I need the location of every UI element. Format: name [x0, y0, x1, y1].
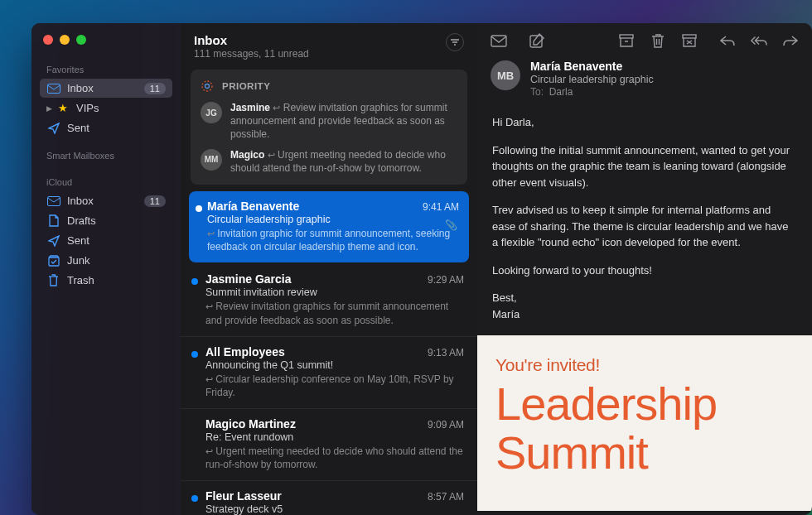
- section-favorites-label: Favorites: [40, 61, 172, 78]
- avatar: JG: [201, 102, 222, 123]
- body-para: Hi Darla,: [492, 114, 797, 131]
- message-list-pane: Inbox 111 messages, 11 unread PRIORITY J…: [181, 23, 477, 515]
- attachment-icon: 📎: [445, 219, 457, 231]
- reply-icon: ↩︎: [273, 103, 280, 113]
- msg-time: 9:41 AM: [423, 201, 459, 213]
- email-subject: Circular leadership graphic: [530, 74, 654, 85]
- svg-rect-13: [683, 35, 696, 38]
- body-para: Trev advised us to keep it simple for in…: [492, 202, 797, 251]
- msg-preview: ↩︎ Urgent meeting needed to decide who s…: [205, 445, 464, 471]
- sidebar-item-label: Sent: [67, 122, 166, 134]
- avatar: MM: [201, 149, 222, 171]
- mail-window: Favorites Inbox 11 ▶ ★ VIPs Sent Smart M…: [31, 23, 812, 515]
- sent-icon: [46, 123, 60, 134]
- to-name: Darla: [549, 86, 573, 98]
- svg-rect-0: [47, 84, 60, 93]
- sidebar: Favorites Inbox 11 ▶ ★ VIPs Sent Smart M…: [31, 23, 181, 515]
- body-para: Following the initial summit announcemen…: [492, 142, 797, 191]
- sidebar-item-icloud-inbox[interactable]: Inbox 11: [40, 191, 172, 210]
- msg-sender: Magico Martinez: [205, 417, 296, 431]
- minimize-window-button[interactable]: [60, 35, 70, 45]
- sidebar-item-sent[interactable]: Sent: [40, 118, 172, 137]
- section-smart-label: Smart Mailboxes: [40, 147, 172, 164]
- msg-time: 9:09 AM: [428, 419, 464, 431]
- junk-icon: [46, 255, 60, 267]
- message-item[interactable]: Fleur Lasseur8:57 AM Strategy deck v5 ↩︎…: [181, 481, 477, 515]
- sidebar-item-label: Sent: [67, 234, 166, 247]
- reader-pane: MB María Benavente Circular leadership g…: [477, 23, 812, 515]
- filter-button[interactable]: [446, 33, 464, 51]
- msg-sender: All Employees: [205, 345, 285, 359]
- message-item[interactable]: Magico Martinez9:09 AM Re: Event rundown…: [181, 409, 477, 481]
- list-subtitle: 111 messages, 11 unread: [194, 48, 309, 60]
- svg-rect-1: [47, 196, 60, 205]
- drafts-icon: [46, 215, 60, 227]
- msg-time: 9:13 AM: [428, 347, 464, 359]
- msg-sender: Fleur Lasseur: [205, 489, 282, 503]
- reader-toolbar: [477, 23, 812, 55]
- msg-sender: Jasmine Garcia: [205, 272, 292, 286]
- priority-sparkle-icon: [201, 79, 214, 93]
- msg-preview: ↩︎ Review invitation graphics for summit…: [205, 300, 464, 326]
- window-controls: [40, 31, 172, 58]
- sidebar-item-vips[interactable]: ▶ ★ VIPs: [40, 99, 172, 118]
- section-icloud-label: iCloud: [40, 174, 172, 190]
- archive-button[interactable]: [491, 33, 507, 48]
- sidebar-item-drafts[interactable]: Drafts: [40, 211, 172, 230]
- msg-time: 9:29 AM: [428, 274, 464, 286]
- reply-icon: ↩︎: [205, 446, 213, 456]
- forward-button[interactable]: [782, 33, 799, 48]
- sidebar-item-junk[interactable]: Junk: [40, 251, 172, 270]
- filter-icon: [450, 38, 460, 46]
- message-item[interactable]: María Benavente9:41 AM Circular leadersh…: [189, 191, 469, 262]
- msg-subject: Re: Event rundown: [205, 431, 464, 443]
- delete-button[interactable]: [650, 33, 666, 48]
- inbox-icon: [46, 83, 60, 94]
- email-header: MB María Benavente Circular leadership g…: [477, 55, 812, 109]
- msg-preview: ↩︎ Invitation graphic for summit announc…: [207, 227, 459, 253]
- unread-badge: 11: [144, 195, 166, 207]
- close-window-button[interactable]: [43, 35, 53, 45]
- invite-graphic: You're invited! LeadershipSummit: [477, 335, 812, 511]
- priority-box: PRIORITY JG Jasmine ↩︎ Review invitation…: [191, 70, 467, 185]
- unread-dot: [191, 351, 198, 358]
- priority-summary: Jasmine ↩︎ Review invitation graphics fo…: [230, 101, 457, 142]
- sidebar-item-trash[interactable]: Trash: [40, 271, 172, 290]
- unread-dot: [196, 205, 202, 212]
- junk-button[interactable]: [681, 33, 698, 48]
- message-item[interactable]: Jasmine Garcia9:29 AM Summit invitation …: [181, 264, 477, 336]
- message-item[interactable]: All Employees9:13 AM Announcing the Q1 s…: [181, 337, 477, 409]
- sidebar-item-label: Inbox: [67, 195, 138, 207]
- sidebar-item-icloud-sent[interactable]: Sent: [40, 231, 172, 250]
- list-title: Inbox: [194, 33, 309, 47]
- compose-button[interactable]: [529, 33, 545, 48]
- priority-summary: Magico ↩︎ Urgent meeting needed to decid…: [230, 148, 457, 175]
- to-line: To: Darla: [530, 86, 654, 98]
- invite-title: LeadershipSummit: [495, 380, 794, 478]
- reply-button[interactable]: [719, 33, 736, 48]
- sidebar-item-inbox[interactable]: Inbox 11: [40, 79, 172, 98]
- sidebar-item-label: Inbox: [67, 82, 138, 94]
- reply-all-button[interactable]: [751, 33, 767, 48]
- chevron-right-icon: ▶: [46, 104, 52, 113]
- priority-item[interactable]: MM Magico ↩︎ Urgent meeting needed to de…: [201, 148, 457, 175]
- body-para: Looking forward to your thoughts!: [492, 262, 797, 279]
- move-button[interactable]: [618, 33, 635, 48]
- from-name: María Benavente: [530, 60, 654, 73]
- svg-point-7: [205, 84, 210, 89]
- sidebar-item-label: VIPs: [76, 102, 166, 114]
- maximize-window-button[interactable]: [76, 35, 86, 45]
- inbox-icon: [46, 195, 60, 207]
- trash-icon: [46, 275, 60, 286]
- unread-dot: [191, 278, 198, 285]
- svg-point-6: [202, 81, 212, 91]
- msg-preview: ↩︎ Circular leadership conference on May…: [205, 373, 464, 399]
- msg-subject: Announcing the Q1 summit!: [205, 359, 464, 371]
- list-header: Inbox 111 messages, 11 unread: [181, 23, 477, 66]
- priority-item[interactable]: JG Jasmine ↩︎ Review invitation graphics…: [201, 101, 457, 142]
- msg-subject: Summit invitation review: [205, 286, 464, 298]
- sidebar-item-label: Junk: [67, 254, 166, 267]
- svg-rect-8: [491, 36, 506, 46]
- reply-icon: ↩︎: [207, 229, 215, 238]
- msg-subject: Strategy deck v5: [205, 503, 464, 515]
